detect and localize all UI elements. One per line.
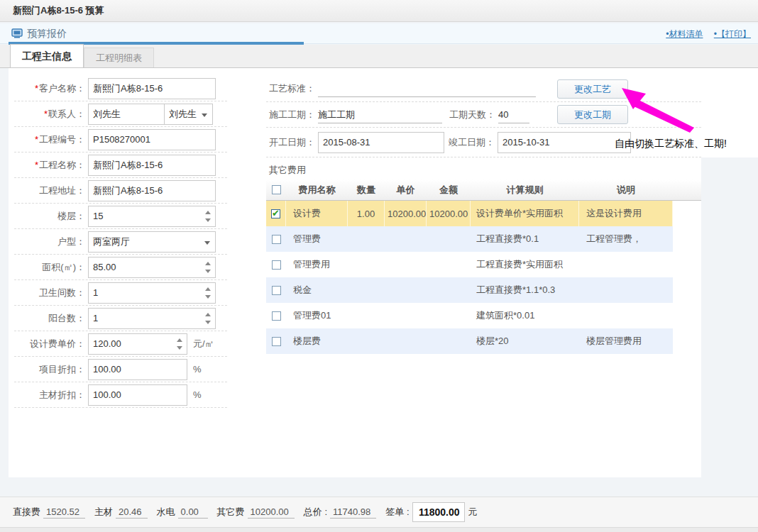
spinner-up-icon[interactable]: [205, 211, 211, 214]
form-field-label-text: 楼层：: [57, 211, 85, 221]
fees-table-header: 费用名称数量单价金额计算规则说明: [266, 179, 701, 201]
fee-row[interactable]: 税金工程直接费*1.1*0.3: [266, 277, 673, 303]
fee-row[interactable]: 管理费用工程直接费*实用面积: [266, 252, 673, 277]
form-field-label: 主材折扣：: [14, 389, 85, 401]
days-value[interactable]: 40: [498, 106, 529, 123]
form-spinner-input[interactable]: [88, 308, 216, 329]
fees-column-header: 金额: [427, 184, 471, 196]
fee-row-checkbox[interactable]: [272, 260, 281, 270]
fee-cell-name: 管理费: [286, 233, 348, 245]
fee-row[interactable]: 管理费01建筑面积*0.01: [266, 303, 673, 328]
fee-row-checkbox-cell: [266, 311, 286, 321]
sign-amount-input[interactable]: [412, 502, 465, 522]
sign-label: 签单 :: [385, 506, 409, 519]
spinner-down-icon[interactable]: [205, 218, 211, 222]
required-asterisk: *: [35, 134, 38, 145]
annotation-text: 自由切换工艺标准、工期!: [615, 138, 727, 150]
fees-column-header: 计算规则: [471, 184, 579, 196]
form-field-label: *工程名称：: [14, 159, 85, 172]
content-panel: *客户名称：*联系人：刘先生*工程编号：*工程名称：工程地址：楼层：户型：两室两…: [9, 68, 701, 477]
footer-total-value: 10200.00: [248, 506, 295, 519]
form-spinner-input[interactable]: [88, 333, 187, 355]
fee-cell-rule: 工程直接费*实用面积: [471, 258, 579, 271]
spinner-up-icon[interactable]: [205, 262, 211, 265]
fee-row[interactable]: 管理费工程直接费*0.1工程管理费，: [266, 226, 673, 252]
schedule-value[interactable]: 施工工期: [318, 106, 442, 123]
form-spinner: [88, 257, 216, 278]
footer-total-label: 总价 :: [304, 506, 327, 519]
section-title: 预算报价: [27, 28, 67, 40]
fee-cell-rule: 设计费单价*实用面积: [471, 201, 579, 226]
form-row: 阳台数：: [14, 306, 227, 331]
fee-row[interactable]: 楼层费楼层*20楼层管理费用: [266, 328, 673, 354]
fees-column-header: 单价: [385, 184, 427, 196]
footer-total-value: 11740.98: [330, 506, 376, 519]
form-field-label: 阳台数：: [14, 312, 85, 325]
footer-total-value: 1520.52: [43, 506, 85, 519]
totals-footer: 直接费1520.52主材20.46水电0.00其它费10200.00总价 :11…: [0, 497, 758, 527]
fee-row-checkbox[interactable]: [272, 337, 281, 346]
footer-total-label: 主材: [94, 506, 113, 519]
form-field-label: 户型：: [14, 235, 85, 248]
materials-list-link[interactable]: •材料清单: [666, 29, 703, 39]
other-fees-title: 其它费用: [266, 164, 701, 179]
fee-row[interactable]: 设计费1.0010200.0010200.00设计费单价*实用面积这是设计费用: [266, 201, 673, 226]
spinner-down-icon[interactable]: [205, 321, 211, 324]
end-date-label: 竣工日期：: [449, 136, 495, 149]
form-text-input[interactable]: [88, 359, 187, 380]
fee-cell-amount: 10200.00: [427, 201, 471, 226]
select-all-checkbox[interactable]: [272, 185, 281, 194]
end-date-input[interactable]: [498, 132, 631, 153]
fee-cell-name: 管理费01: [286, 309, 348, 322]
form-field-label-text: 设计费单价：: [30, 338, 85, 349]
form-spinner-input[interactable]: [88, 257, 216, 278]
form-field-label: 面积(㎡)：: [14, 261, 85, 274]
spinner-down-icon[interactable]: [205, 270, 211, 273]
form-row: *联系人：刘先生: [14, 101, 227, 127]
chevron-down-icon: [202, 113, 207, 117]
fee-row-checkbox[interactable]: [272, 235, 281, 244]
form-text-input[interactable]: [88, 78, 216, 99]
fees-column-header: 费用名称: [286, 184, 348, 196]
spinner-down-icon[interactable]: [205, 295, 211, 299]
fees-column-header: 数量: [348, 184, 385, 196]
form-row: 主材折扣：%: [14, 382, 227, 408]
form-text-input[interactable]: [88, 155, 216, 176]
fee-cell-note: 工程管理费，: [579, 233, 673, 245]
form-text-input[interactable]: [88, 129, 216, 150]
fee-cell-price: 10200.00: [385, 201, 427, 226]
form-text-input[interactable]: [88, 180, 216, 201]
fee-row-checkbox[interactable]: [272, 286, 281, 295]
spinner-up-icon[interactable]: [205, 313, 211, 316]
fee-cell-rule: 楼层*20: [471, 335, 579, 348]
fee-row-checkbox-cell: [266, 286, 286, 295]
change-schedule-button[interactable]: 更改工期: [557, 105, 628, 124]
footer-total-value: 20.46: [116, 506, 148, 519]
spinner-down-icon[interactable]: [177, 346, 182, 350]
contact-select[interactable]: 刘先生: [165, 104, 213, 125]
spinner-up-icon[interactable]: [205, 287, 211, 291]
tab-project-detail-list[interactable]: 工程明细表: [84, 48, 154, 67]
tab-bar: 工程主信息工程明细表: [0, 45, 758, 68]
form-spinner-input[interactable]: [88, 206, 216, 227]
fee-cell-note: 楼层管理费用: [579, 335, 673, 348]
fee-row-checkbox-cell: [266, 201, 286, 226]
contact-text-input[interactable]: [88, 104, 165, 125]
footer-total-value: 0.00: [178, 506, 208, 519]
change-craft-button[interactable]: 更改工艺: [557, 79, 628, 99]
fee-cell-name: 管理费用: [286, 258, 348, 271]
form-spinner-input[interactable]: [88, 282, 216, 304]
form-row: *工程编号：: [14, 127, 227, 153]
fee-row-checkbox[interactable]: [271, 209, 280, 218]
tab-project-main-info[interactable]: 工程主信息: [10, 44, 84, 67]
start-date-label: 开工日期：: [269, 136, 315, 149]
form-text-input[interactable]: [88, 384, 187, 406]
spinner-up-icon[interactable]: [177, 338, 182, 342]
fee-cell-name: 楼层费: [286, 335, 348, 348]
form-select[interactable]: 两室两厅: [88, 231, 216, 253]
fee-row-checkbox[interactable]: [272, 311, 281, 321]
craft-standard-value[interactable]: [318, 80, 536, 97]
start-date-input[interactable]: [318, 132, 444, 153]
annotation-arrow-icon: [619, 84, 704, 139]
print-link[interactable]: •【打印】: [714, 29, 751, 39]
